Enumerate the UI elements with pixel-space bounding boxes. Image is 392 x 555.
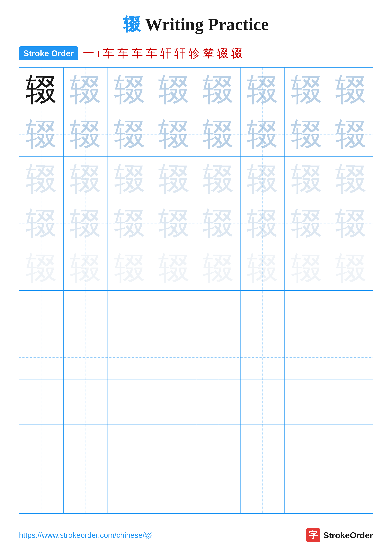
cell-4-7[interactable]: 辍 [285,201,329,246]
cell-3-5[interactable]: 辍 [196,157,241,201]
cell-4-8[interactable]: 辍 [329,201,373,246]
cell-6-1[interactable] [19,291,64,335]
cell-8-7[interactable] [285,380,329,424]
cell-1-7[interactable]: 辍 [285,67,329,112]
cell-2-6[interactable]: 辍 [241,112,285,156]
cell-5-3[interactable]: 辍 [108,246,152,290]
cell-7-7[interactable] [285,335,329,380]
cell-2-3[interactable]: 辍 [108,112,152,156]
cell-7-1[interactable] [19,335,64,380]
cell-9-3[interactable] [108,424,152,469]
cell-10-1[interactable] [19,469,64,513]
cell-3-6[interactable]: 辍 [241,157,285,201]
cell-8-5[interactable] [196,380,241,424]
cell-3-1[interactable]: 辍 [19,157,64,201]
char-guide: 辍 [25,163,57,195]
cell-8-2[interactable] [64,380,108,424]
cell-3-2[interactable]: 辍 [64,157,108,201]
char-guide: 辍 [335,118,367,150]
char-guide: 辍 [114,208,146,239]
cell-1-1[interactable]: 辍 [19,67,64,112]
cell-7-5[interactable] [196,335,241,380]
cell-9-7[interactable] [285,424,329,469]
cell-6-5[interactable] [196,291,241,335]
cell-8-3[interactable] [108,380,152,424]
cell-4-4[interactable]: 辍 [152,201,196,246]
footer-url[interactable]: https://www.strokeorder.com/chinese/辍 [19,530,152,540]
cell-3-3[interactable]: 辍 [108,157,152,201]
char-guide: 辍 [247,74,278,106]
cell-8-6[interactable] [241,380,285,424]
char-guide: 辍 [335,208,367,239]
char-guide: 辍 [25,208,57,239]
cell-4-6[interactable]: 辍 [241,201,285,246]
cell-5-2[interactable]: 辍 [64,246,108,290]
cell-5-6[interactable]: 辍 [241,246,285,290]
cell-2-7[interactable]: 辍 [285,112,329,156]
cell-4-2[interactable]: 辍 [64,201,108,246]
stroke-6: 车 [146,46,157,61]
cell-4-3[interactable]: 辍 [108,201,152,246]
cell-3-4[interactable]: 辍 [152,157,196,201]
cell-9-6[interactable] [241,424,285,469]
cell-7-2[interactable] [64,335,108,380]
cell-4-1[interactable]: 辍 [19,201,64,246]
stroke-order-row: Stroke Order 一 t 车 车 车 车 轩 轩 轸 辇 辍 辍 [0,46,392,61]
cell-10-4[interactable] [152,469,196,513]
cell-9-8[interactable] [329,424,373,469]
cell-7-8[interactable] [329,335,373,380]
page-title: 辍 Writing Practice [0,0,392,46]
cell-10-3[interactable] [108,469,152,513]
cell-5-8[interactable]: 辍 [329,246,373,290]
cell-3-7[interactable]: 辍 [285,157,329,201]
cell-9-1[interactable] [19,424,64,469]
cell-10-8[interactable] [329,469,373,513]
cell-2-2[interactable]: 辍 [64,112,108,156]
char-guide: 辍 [335,163,367,195]
cell-5-7[interactable]: 辍 [285,246,329,290]
cell-8-8[interactable] [329,380,373,424]
cell-2-1[interactable]: 辍 [19,112,64,156]
cell-2-5[interactable]: 辍 [196,112,241,156]
cell-10-2[interactable] [64,469,108,513]
cell-8-1[interactable] [19,380,64,424]
char-guide: 辍 [158,252,190,284]
cell-6-7[interactable] [285,291,329,335]
cell-1-3[interactable]: 辍 [108,67,152,112]
cell-10-5[interactable] [196,469,241,513]
cell-10-6[interactable] [241,469,285,513]
grid-row-1: 辍 辍 辍 辍 辍 辍 辍 辍 [19,67,373,112]
cell-1-8[interactable]: 辍 [329,67,373,112]
cell-2-8[interactable]: 辍 [329,112,373,156]
practice-grid-container: 辍 辍 辍 辍 辍 辍 辍 辍 [0,67,392,514]
cell-9-5[interactable] [196,424,241,469]
cell-5-4[interactable]: 辍 [152,246,196,290]
cell-9-2[interactable] [64,424,108,469]
char-guide: 辍 [291,163,323,195]
cell-6-6[interactable] [241,291,285,335]
cell-5-5[interactable]: 辍 [196,246,241,290]
cell-1-5[interactable]: 辍 [196,67,241,112]
cell-1-2[interactable]: 辍 [64,67,108,112]
cell-6-8[interactable] [329,291,373,335]
cell-8-4[interactable] [152,380,196,424]
cell-7-4[interactable] [152,335,196,380]
cell-6-3[interactable] [108,291,152,335]
grid-row-3: 辍 辍 辍 辍 辍 辍 辍 辍 [19,157,373,201]
cell-6-2[interactable] [64,291,108,335]
cell-2-4[interactable]: 辍 [152,112,196,156]
char-guide: 辍 [247,118,278,150]
cell-1-6[interactable]: 辍 [241,67,285,112]
stroke-9: 轸 [188,46,200,61]
cell-4-5[interactable]: 辍 [196,201,241,246]
cell-5-1[interactable]: 辍 [19,246,64,290]
cell-10-7[interactable] [285,469,329,513]
cell-1-4[interactable]: 辍 [152,67,196,112]
grid-row-4: 辍 辍 辍 辍 辍 辍 辍 辍 [19,201,373,246]
cell-6-4[interactable] [152,291,196,335]
cell-3-8[interactable]: 辍 [329,157,373,201]
cell-7-3[interactable] [108,335,152,380]
cell-9-4[interactable] [152,424,196,469]
char-guide: 辍 [247,163,278,195]
cell-7-6[interactable] [241,335,285,380]
